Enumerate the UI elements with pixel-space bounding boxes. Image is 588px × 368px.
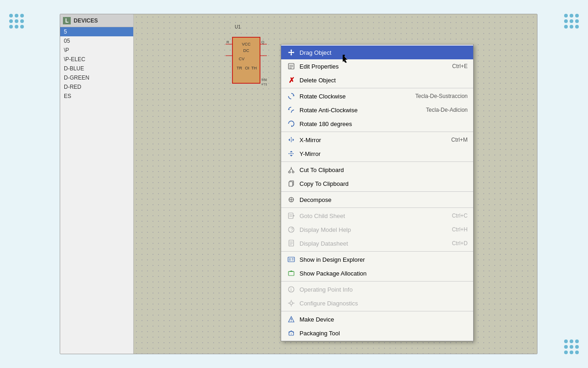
menu-item-display-datasheet: Display Datasheet Ctrl+D <box>281 236 473 250</box>
menu-shortcut-x-mirror: Ctrl+M <box>451 137 468 143</box>
separator-6 <box>281 251 473 252</box>
menu-label-model-help: Display Model Help <box>300 226 443 233</box>
menu-item-packaging-tool[interactable]: Packaging Tool <box>281 326 473 340</box>
svg-text:558: 558 <box>261 78 267 82</box>
menu-item-drag-object[interactable]: Drag Object <box>281 46 473 59</box>
menu-item-operating-point-info: i Operating Point Info <box>281 282 473 296</box>
make-device-icon <box>287 315 296 324</box>
menu-shortcut-rotate-cw: Tecla-De-Sustraccion <box>415 93 468 99</box>
svg-marker-21 <box>291 125 293 126</box>
svg-text:TH: TH <box>251 66 257 70</box>
svg-text:i: i <box>291 287 292 292</box>
menu-item-rotate-anti-clockwise[interactable]: Rotate Anti-Clockwise Tecla-De-Adicion <box>281 103 473 117</box>
menu-item-cut-to-clipboard[interactable]: Cut To Clipboard <box>281 163 473 177</box>
sidebar-header: L DEVICES <box>60 14 133 27</box>
menu-label-operating-point: Operating Point Info <box>300 286 458 293</box>
svg-text:DC: DC <box>243 48 249 53</box>
menu-item-delete-object[interactable]: ✗ Delete Object <box>281 73 473 87</box>
sidebar-item-p[interactable]: \P <box>60 46 133 55</box>
svg-text:?: ? <box>291 227 294 232</box>
menu-item-show-design-explorer[interactable]: Show in Design Explorer <box>281 253 473 266</box>
separator-3 <box>281 161 473 162</box>
separator-4 <box>281 191 473 192</box>
svg-text:≡TB: ≡TB <box>261 82 267 86</box>
sidebar-category-label: DEVICES <box>74 17 98 24</box>
menu-label-make-device: Make Device <box>300 316 458 323</box>
menu-label-x-mirror: X-Mirror <box>300 137 442 144</box>
svg-rect-52 <box>288 271 294 276</box>
menu-label-rotate-180: Rotate 180 degrees <box>300 121 458 127</box>
menu-shortcut-model-help: Ctrl+H <box>452 226 468 233</box>
menu-item-display-model-help: ? Display Model Help Ctrl+H <box>281 223 473 236</box>
menu-label-datasheet: Display Datasheet <box>300 240 443 247</box>
decompose-icon <box>287 195 296 204</box>
rotate-180-icon <box>287 119 296 128</box>
menu-item-make-device[interactable]: Make Device <box>281 312 473 326</box>
main-window: L DEVICES 5 05 \P \P-ELEC D-BLUE D-GREEN… <box>60 14 537 354</box>
corner-dots-bottom-right <box>564 339 579 354</box>
menu-item-show-package-allocation[interactable]: Show Package Allocation <box>281 266 473 280</box>
menu-label-edit-properties: Edit Properties <box>300 63 443 70</box>
svg-rect-38 <box>288 213 293 218</box>
menu-item-y-mirror[interactable]: Y-Mirror <box>281 147 473 161</box>
configure-diagnostics-icon <box>287 299 296 308</box>
separator-5 <box>281 207 473 208</box>
datasheet-icon <box>287 239 296 248</box>
svg-text:CV: CV <box>239 57 245 61</box>
svg-point-29 <box>292 171 294 173</box>
sidebar-mode-label: L <box>63 17 71 24</box>
sidebar: L DEVICES 5 05 \P \P-ELEC D-BLUE D-GREEN… <box>60 14 134 354</box>
separator-1 <box>281 88 473 88</box>
menu-item-rotate-clockwise[interactable]: Rotate Clockwise Tecla-De-Sustraccion <box>281 89 473 103</box>
menu-item-rotate-180[interactable]: Rotate 180 degrees <box>281 117 473 131</box>
svg-point-57 <box>290 302 293 305</box>
menu-label-rotate-cw: Rotate Clockwise <box>300 93 406 100</box>
edit-properties-icon <box>287 62 296 71</box>
separator-8 <box>281 311 473 311</box>
sidebar-item-05[interactable]: 05 <box>60 36 133 46</box>
sidebar-item-5[interactable]: 5 <box>60 27 133 36</box>
svg-point-64 <box>291 321 292 322</box>
schematic-component: U1 VCC DC CV TR OI TH <box>226 33 267 94</box>
menu-label-design-explorer: Show in Design Explorer <box>300 256 458 263</box>
svg-text:R: R <box>226 40 229 44</box>
child-sheet-icon <box>287 211 296 220</box>
menu-label-goto-child: Goto Child Sheet <box>300 213 443 219</box>
corner-dots-top-right <box>564 14 579 29</box>
svg-rect-34 <box>289 182 293 186</box>
sidebar-item-d-blue[interactable]: D-BLUE <box>60 64 133 73</box>
sidebar-item-d-green[interactable]: D-GREEN <box>60 73 133 82</box>
svg-text:VCC: VCC <box>242 42 251 46</box>
svg-rect-49 <box>289 258 291 261</box>
copy-icon <box>287 179 296 188</box>
menu-label-delete-object: Delete Object <box>300 77 458 84</box>
svg-marker-41 <box>294 215 294 217</box>
menu-item-decompose[interactable]: Decompose <box>281 193 473 207</box>
operating-point-icon: i <box>287 285 296 294</box>
cut-icon <box>287 165 296 174</box>
rotate-cw-icon <box>287 92 296 101</box>
sidebar-item-d-red[interactable]: D-RED <box>60 82 133 92</box>
menu-item-goto-child-sheet: Goto Child Sheet Ctrl+C <box>281 209 473 223</box>
schematic-area[interactable]: U1 VCC DC CV TR OI TH <box>134 14 537 354</box>
svg-line-31 <box>291 168 293 171</box>
separator-2 <box>281 132 473 132</box>
y-mirror-icon <box>287 149 296 158</box>
menu-label-packaging-tool: Packaging Tool <box>300 330 458 337</box>
sidebar-item-p-elec[interactable]: \P-ELEC <box>60 55 133 64</box>
sidebar-list: 5 05 \P \P-ELEC D-BLUE D-GREEN D-RED ES <box>60 27 133 101</box>
svg-point-28 <box>288 171 290 173</box>
svg-line-30 <box>289 168 291 171</box>
menu-label-y-mirror: Y-Mirror <box>300 150 458 157</box>
menu-item-edit-properties[interactable]: Edit Properties Ctrl+E <box>281 59 473 73</box>
package-allocation-icon <box>287 269 296 278</box>
rotate-ccw-icon <box>287 105 296 115</box>
model-help-icon: ? <box>287 225 296 234</box>
menu-item-configure-diagnostics: Configure Diagnostics <box>281 296 473 310</box>
corner-dots-top-left <box>9 14 24 29</box>
sidebar-item-es[interactable]: ES <box>60 92 133 101</box>
packaging-tool-icon <box>287 328 296 338</box>
menu-item-x-mirror[interactable]: X-Mirror Ctrl+M <box>281 133 473 147</box>
menu-item-copy-to-clipboard[interactable]: Copy To Clipboard <box>281 177 473 190</box>
menu-shortcut-rotate-ccw: Tecla-De-Adicion <box>426 107 468 113</box>
